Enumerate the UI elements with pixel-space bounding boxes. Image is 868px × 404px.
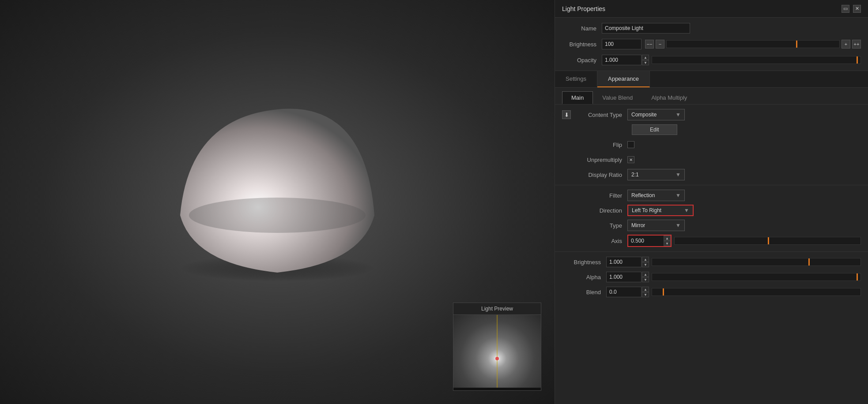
unpremultiply-checkbox[interactable]: ✕ — [627, 156, 634, 163]
content-type-label: Content Type — [574, 112, 627, 118]
type-arrow: ▼ — [676, 222, 681, 228]
alpha-label: Alpha — [562, 274, 606, 281]
brightness-slider-marker — [796, 41, 797, 48]
axis-row: Axis ▲ ▼ — [562, 235, 861, 247]
filter-section: Filter Reflection ▼ Direction Left To Ri… — [555, 185, 868, 252]
viewport: Light Preview — [0, 0, 555, 404]
axis-label: Axis — [574, 238, 627, 244]
sphere-svg — [145, 70, 410, 290]
brightness-plus[interactable]: + — [842, 40, 850, 49]
brightness-top-label: Brightness — [562, 41, 602, 48]
opacity-up[interactable]: ▲ — [642, 55, 649, 60]
alpha-up[interactable]: ▲ — [642, 272, 649, 277]
light-preview-box: Light Preview — [453, 303, 541, 391]
tab-appearance[interactable]: Appearance — [597, 71, 650, 87]
panel-title: Light Properties — [562, 5, 605, 12]
flip-label: Flip — [574, 142, 627, 148]
alpha-input[interactable] — [606, 272, 642, 282]
subtab-value-blend[interactable]: Value Blend — [593, 91, 642, 104]
name-label: Name — [562, 25, 602, 32]
display-ratio-dropdown[interactable]: 2:1 ▼ — [627, 169, 685, 180]
top-properties: Name Brightness −− − + ++ Opacity — [555, 18, 868, 71]
brightness-bottom-input[interactable] — [606, 257, 642, 267]
opacity-input-group: ▲ ▼ — [602, 55, 649, 65]
brightness-plus-plus[interactable]: ++ — [852, 40, 861, 49]
blend-down[interactable]: ▼ — [642, 292, 649, 297]
unpremultiply-label: Unpremultiply — [574, 157, 627, 163]
main-content-section: ⬇ Content Type Composite ▼ Edit Flip Unp… — [555, 105, 868, 185]
type-dropdown[interactable]: Mirror ▼ — [627, 220, 685, 231]
brightness-bottom-up[interactable]: ▲ — [642, 257, 649, 262]
name-input[interactable] — [602, 23, 690, 34]
blend-spinner: ▲ ▼ — [642, 287, 649, 297]
opacity-input[interactable] — [602, 55, 642, 65]
download-icon[interactable]: ⬇ — [562, 110, 571, 119]
alpha-spinner: ▲ ▼ — [642, 272, 649, 282]
brightness-bottom-label: Brightness — [562, 259, 606, 266]
light-preview-canvas — [453, 315, 541, 388]
preview-center-dot — [495, 357, 499, 360]
brightness-bottom-down[interactable]: ▼ — [642, 262, 649, 267]
tab-settings[interactable]: Settings — [555, 71, 597, 87]
flip-checkbox[interactable] — [627, 141, 634, 148]
blend-input[interactable] — [606, 287, 642, 297]
brightness-input-group — [602, 39, 642, 49]
axis-spinner: ▲ ▼ — [664, 236, 671, 246]
edit-row: Edit — [562, 124, 861, 135]
direction-dropdown[interactable]: Left To Right ▼ — [627, 205, 694, 216]
tabs-container: Settings Appearance — [555, 71, 868, 88]
type-row: Type Mirror ▼ — [562, 220, 861, 231]
direction-value: Left To Right — [632, 207, 661, 213]
display-ratio-value: 2:1 — [631, 172, 639, 178]
content-type-dropdown[interactable]: Composite ▼ — [627, 109, 685, 120]
axis-input[interactable] — [628, 236, 664, 246]
content-type-value: Composite — [631, 112, 657, 118]
blend-label: Blend — [562, 289, 606, 296]
light-preview-title: Light Preview — [453, 303, 541, 315]
opacity-marker — [857, 56, 858, 64]
filter-dropdown[interactable]: Reflection ▼ — [627, 190, 685, 201]
axis-down[interactable]: ▼ — [664, 241, 671, 246]
brightness-minus-minus[interactable]: −− — [645, 40, 654, 49]
subtab-alpha-multiply[interactable]: Alpha Multiply — [642, 91, 696, 104]
display-ratio-row: Display Ratio 2:1 ▼ — [562, 169, 861, 180]
blend-marker — [663, 288, 664, 296]
brightness-minus[interactable]: − — [656, 40, 664, 49]
title-bar: Light Properties ▭ ✕ — [555, 0, 868, 18]
brightness-input[interactable] — [602, 39, 642, 49]
flip-row: Flip — [562, 139, 861, 150]
blend-slider[interactable] — [652, 288, 861, 296]
brightness-bottom-spinner: ▲ ▼ — [642, 257, 649, 267]
unpremultiply-row: Unpremultiply ✕ — [562, 154, 861, 165]
alpha-down[interactable]: ▼ — [642, 277, 649, 282]
close-button[interactable]: ✕ — [853, 5, 861, 13]
axis-input-group: ▲ ▼ — [627, 235, 672, 247]
subtab-main[interactable]: Main — [562, 91, 593, 104]
opacity-down[interactable]: ▼ — [642, 60, 649, 65]
blend-up[interactable]: ▲ — [642, 287, 649, 292]
direction-arrow: ▼ — [684, 207, 689, 213]
sphere-shape — [180, 109, 374, 273]
display-ratio-label: Display Ratio — [574, 172, 627, 178]
title-bar-controls: ▭ ✕ — [842, 5, 861, 13]
brightness-bottom-slider[interactable] — [652, 258, 861, 266]
sphere-container — [22, 22, 532, 338]
display-ratio-arrow: ▼ — [676, 172, 681, 178]
edit-button[interactable]: Edit — [632, 124, 677, 135]
alpha-row: Alpha ▲ ▼ — [562, 271, 861, 283]
right-panel: Light Properties ▭ ✕ Name Brightness −− … — [555, 0, 868, 404]
axis-slider[interactable] — [674, 237, 861, 245]
axis-slider-marker — [768, 237, 769, 244]
type-label: Type — [574, 222, 627, 229]
alpha-slider[interactable] — [652, 273, 861, 281]
opacity-slider[interactable] — [652, 56, 861, 64]
preview-line-vertical — [497, 315, 498, 388]
name-row: Name — [562, 22, 861, 34]
restore-button[interactable]: ▭ — [842, 5, 849, 13]
brightness-slider-track[interactable] — [666, 40, 840, 48]
axis-up[interactable]: ▲ — [664, 236, 671, 241]
filter-value: Reflection — [631, 192, 655, 198]
alpha-marker — [857, 273, 858, 281]
brightness-slider-container: −− − + ++ — [645, 40, 861, 49]
content-type-arrow: ▼ — [676, 112, 681, 118]
